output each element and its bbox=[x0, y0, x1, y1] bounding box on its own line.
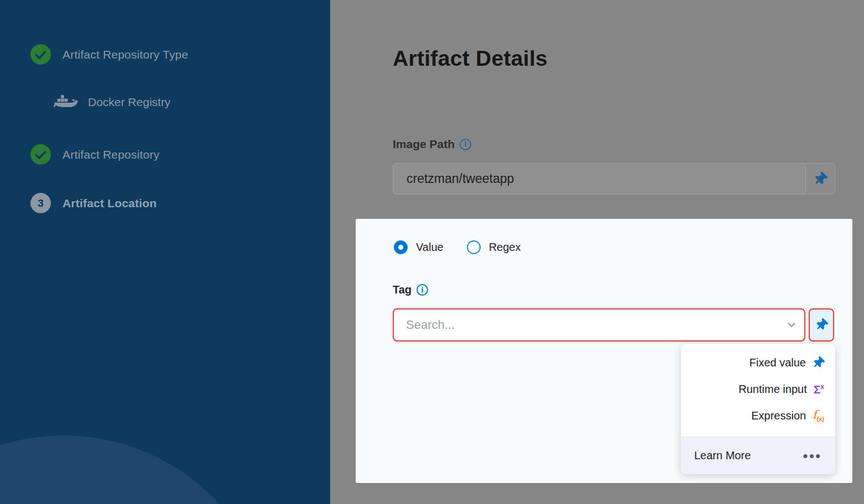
menu-item-label: Fixed value bbox=[750, 356, 806, 369]
pin-icon bbox=[810, 354, 827, 371]
wizard-sidebar: Artifact Repository Type Docker Registry… bbox=[0, 0, 330, 504]
radio-label: Value bbox=[416, 241, 444, 254]
image-path-field bbox=[393, 163, 835, 195]
image-path-label: Image Path bbox=[393, 138, 455, 151]
tag-select-field bbox=[393, 308, 805, 342]
image-path-input[interactable] bbox=[393, 163, 806, 195]
info-icon[interactable]: i bbox=[460, 139, 471, 150]
tag-label: Tag bbox=[393, 284, 412, 296]
radio-regex[interactable]: Regex bbox=[467, 240, 521, 254]
info-icon[interactable]: i bbox=[417, 284, 428, 296]
menu-item-runtime-input[interactable]: Runtime input Σx bbox=[681, 376, 835, 402]
value-type-menu-items: Fixed value Runtime input Σx Expression … bbox=[681, 344, 835, 432]
chevron-down-icon[interactable] bbox=[779, 319, 804, 331]
menu-item-expression[interactable]: Expression f(x) bbox=[681, 402, 835, 429]
tag-label-row: Tag i bbox=[393, 284, 428, 296]
sidebar-step-artifact-location[interactable]: 3 Artifact Location bbox=[30, 193, 157, 213]
tag-type-button[interactable] bbox=[809, 308, 834, 342]
check-circle-icon bbox=[30, 44, 51, 65]
tag-config-spotlight-panel: Value Regex Tag i bbox=[356, 219, 852, 483]
artifact-wizard-dialog: Artifact Repository Type Docker Registry… bbox=[0, 0, 864, 504]
learn-more-link[interactable]: Learn More bbox=[694, 449, 751, 462]
docker-registry-label: Docker Registry bbox=[88, 96, 170, 109]
sidebar-item-docker-registry[interactable]: Docker Registry bbox=[53, 92, 170, 113]
sidebar-decorative-arc bbox=[0, 435, 275, 504]
step-label: Artifact Repository Type bbox=[63, 48, 188, 61]
menu-item-label: Runtime input bbox=[738, 383, 806, 396]
step-label: Artifact Location bbox=[63, 197, 157, 210]
image-path-label-row: Image Path i bbox=[393, 138, 471, 151]
value-type-menu: Fixed value Runtime input Σx Expression … bbox=[681, 344, 835, 474]
page-title: Artifact Details bbox=[393, 46, 548, 71]
image-path-type-button[interactable] bbox=[806, 164, 835, 194]
menu-item-fixed-value[interactable]: Fixed value bbox=[681, 349, 835, 376]
fx-icon: f(x) bbox=[813, 409, 824, 422]
tag-search-input[interactable] bbox=[394, 318, 779, 332]
sidebar-step-artifact-repository[interactable]: Artifact Repository bbox=[30, 144, 159, 165]
radio-label: Regex bbox=[489, 241, 521, 254]
radio-selected-icon bbox=[394, 240, 408, 254]
docker-whale-icon bbox=[53, 92, 78, 113]
menu-item-label: Expression bbox=[751, 410, 806, 422]
sigma-icon: Σx bbox=[814, 384, 824, 395]
pin-icon bbox=[813, 316, 830, 333]
tag-type-radio-group: Value Regex bbox=[394, 240, 521, 254]
step-number-badge: 3 bbox=[30, 193, 51, 213]
check-circle-icon bbox=[30, 144, 51, 165]
pin-icon bbox=[811, 170, 830, 188]
value-type-menu-footer: Learn More ••• bbox=[681, 437, 835, 474]
sidebar-step-artifact-repository-type[interactable]: Artifact Repository Type bbox=[30, 44, 188, 65]
radio-value[interactable]: Value bbox=[394, 240, 444, 254]
ellipsis-icon[interactable]: ••• bbox=[803, 449, 822, 463]
radio-unselected-icon bbox=[467, 240, 481, 254]
step-label: Artifact Repository bbox=[63, 148, 159, 161]
